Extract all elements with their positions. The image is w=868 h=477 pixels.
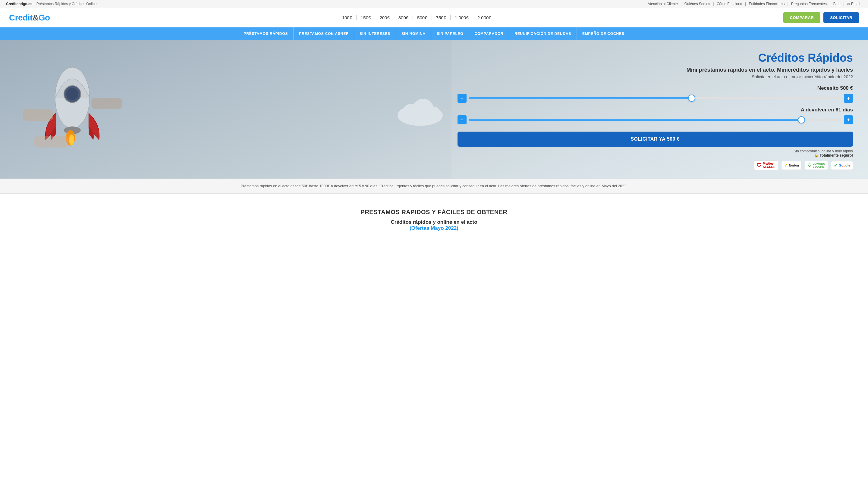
mcafee-icon: 🛡 <box>757 163 762 168</box>
slider1-row: Necesito 500 € − + <box>458 85 853 103</box>
logo[interactable]: Credit&Go <box>9 13 50 23</box>
comodo-icon: 🛡 <box>807 163 812 168</box>
content-section: PRÉSTAMOS RÁPIDOS Y FÁCILES DE OBTENER C… <box>299 194 569 241</box>
amount-1000[interactable]: 1.000€ <box>451 15 473 20</box>
slider2-input[interactable] <box>469 119 841 121</box>
svg-point-5 <box>69 135 74 145</box>
nav-sin-nomina[interactable]: SIN NÓMINA <box>396 27 431 40</box>
nav-prestamos-rapidos[interactable]: PRÉSTAMOS RÁPIDOS <box>238 27 293 40</box>
slider2-plus[interactable]: + <box>844 115 853 124</box>
nav-link-preguntas[interactable]: Preguntas Frecuentes <box>791 2 827 6</box>
nav-link-como[interactable]: Cómo Funciona <box>717 2 742 6</box>
hero-title: Créditos Rápidos <box>458 52 853 64</box>
amount-750[interactable]: 750€ <box>432 15 451 20</box>
site-tagline: – Préstamos Rápidos y Créditos Online <box>33 2 97 6</box>
hero-secure-text: Sin compromiso, online y muy rápido 🔒 To… <box>458 149 853 158</box>
solicitar-hero-button[interactable]: SOLICITAR YA 500 € <box>458 132 853 147</box>
mcafee-label: McAfeeSECURE <box>763 162 775 169</box>
badge-norton: ✓ Norton <box>781 161 802 170</box>
nav-comparador[interactable]: COMPARADOR <box>469 27 509 40</box>
content-title: PRÉSTAMOS RÁPIDOS Y FÁCILES DE OBTENER <box>307 209 561 216</box>
nav-prestamos-asnef[interactable]: PRÉSTAMOS CON ASNEF <box>293 27 354 40</box>
content-subtitle: Créditos rápidos y online en el acto (Of… <box>307 219 561 231</box>
amount-150[interactable]: 150€ <box>356 15 375 20</box>
slider2-minus[interactable]: − <box>458 115 467 124</box>
hero-subtitle: Mini préstamos rápidos en el acto. Minic… <box>458 67 853 73</box>
compare-button[interactable]: COMPARAR <box>783 12 821 23</box>
svg-rect-8 <box>34 136 68 147</box>
header-buttons: COMPARAR SOLICITAR <box>783 12 859 23</box>
cloud-svg <box>393 93 447 129</box>
logo-text: Credit&Go <box>9 13 50 22</box>
slider2-control: − + <box>458 115 853 124</box>
amount-200[interactable]: 200€ <box>375 15 394 20</box>
badge-google: ✓ Google <box>831 161 853 170</box>
badge-mcafee: 🛡 McAfeeSECURE <box>754 161 778 170</box>
nav-bar: PRÉSTAMOS RÁPIDOS PRÉSTAMOS CON ASNEF SI… <box>0 27 868 40</box>
secure-bold: 🔒 Totalmente seguro! <box>814 153 853 158</box>
svg-point-2 <box>66 88 79 100</box>
hero-sub2: Solicita en el acto el mejor minicrédito… <box>458 74 853 79</box>
slider2-label: A devolver en 61 días <box>458 107 853 113</box>
svg-rect-7 <box>91 98 122 109</box>
badge-comodo: 🛡 COMODOSECURE <box>805 161 828 170</box>
amount-links: 100€ 150€ 200€ 300€ 500€ 750€ 1.000€ 2.0… <box>338 15 495 20</box>
slider2-row: A devolver en 61 días − + <box>458 107 853 124</box>
amount-500[interactable]: 500€ <box>413 15 432 20</box>
amount-2000[interactable]: 2.000€ <box>473 15 495 20</box>
nav-link-atención[interactable]: Atención al Cliente <box>648 2 678 6</box>
secure-text: Sin compromiso, online y muy rápido <box>794 149 853 153</box>
top-bar-links: Atención al Cliente | Quiénes Somos | Có… <box>646 2 862 6</box>
svg-point-12 <box>427 107 440 120</box>
rocket-svg <box>15 52 130 167</box>
hero-section: Créditos Rápidos Mini préstamos rápidos … <box>0 40 868 178</box>
content-link[interactable]: (Ofertas Mayo 2022) <box>410 225 458 231</box>
nav-link-email[interactable]: ✉ Email <box>847 2 860 6</box>
slider1-minus[interactable]: − <box>458 94 467 103</box>
nav-link-entidades[interactable]: Entidades Financieras <box>749 2 784 6</box>
comodo-label: COMODOSECURE <box>813 162 826 168</box>
header: Credit&Go 100€ 150€ 200€ 300€ 500€ 750€ … <box>0 8 868 27</box>
slider1-control: − + <box>458 94 853 103</box>
norton-check-icon: ✓ <box>784 163 788 168</box>
site-name: Creditandgo.es <box>6 2 32 6</box>
google-check-icon: ✓ <box>834 163 838 168</box>
top-bar-site: Creditandgo.es – Préstamos Rápidos y Cré… <box>6 2 97 6</box>
top-bar: Creditandgo.es – Préstamos Rápidos y Cré… <box>0 0 868 8</box>
svg-rect-6 <box>23 109 53 121</box>
google-label: Google <box>839 164 850 167</box>
info-text: Préstamos rápidos en el acto desde 50€ h… <box>9 183 859 189</box>
slider1-plus[interactable]: + <box>844 94 853 103</box>
nav-link-blog[interactable]: Blog <box>833 2 841 6</box>
hero-panel: Créditos Rápidos Mini préstamos rápidos … <box>452 40 868 178</box>
nav-link-quienes[interactable]: Quiénes Somos <box>684 2 710 6</box>
amount-300[interactable]: 300€ <box>394 15 413 20</box>
content-subtitle-text: Créditos rápidos y online en el acto <box>391 219 477 225</box>
nav-empeno[interactable]: EMPEÑO DE COCHES <box>577 27 630 40</box>
norton-label: Norton <box>789 164 799 167</box>
rocket-illustration <box>0 40 477 178</box>
trust-badges: 🛡 McAfeeSECURE ✓ Norton 🛡 COMODOSECURE ✓… <box>458 161 853 170</box>
slider1-label: Necesito 500 € <box>458 85 853 91</box>
nav-sin-papeleo[interactable]: SIN PAPELEO <box>431 27 469 40</box>
info-bar: Préstamos rápidos en el acto desde 50€ h… <box>0 178 868 194</box>
solicitar-header-button[interactable]: SOLICITAR <box>824 12 859 23</box>
nav-reunificacion[interactable]: REUNIFICACIÓN DE DEUDAS <box>509 27 577 40</box>
slider1-input[interactable] <box>469 97 841 99</box>
amount-100[interactable]: 100€ <box>338 15 356 20</box>
nav-sin-intereses[interactable]: SIN INTERESES <box>354 27 396 40</box>
